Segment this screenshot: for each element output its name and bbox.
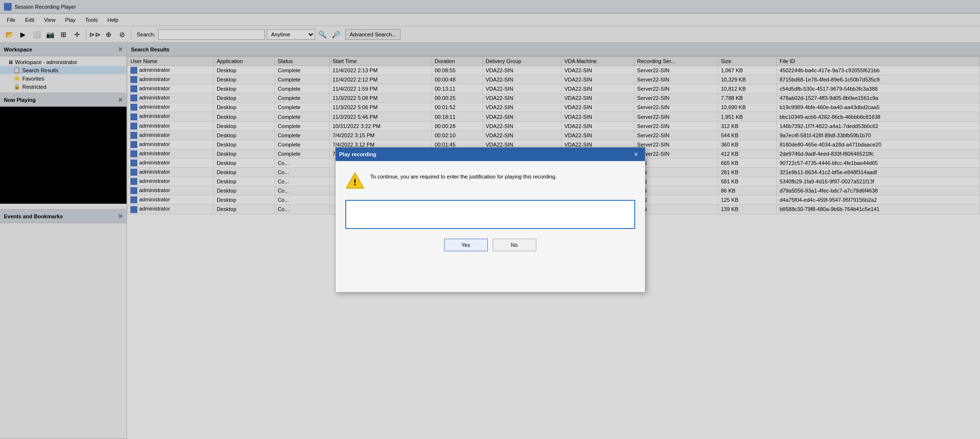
dialog-title-bar: Play recording × (336, 147, 645, 161)
dialog-body: ! To continue, you are required to enter… (336, 161, 645, 292)
svg-text:!: ! (353, 178, 356, 187)
dialog-overlay: Play recording × ! To continue, you are … (0, 0, 980, 439)
dialog-close-button[interactable]: × (631, 149, 641, 159)
yes-button[interactable]: Yes (444, 239, 488, 251)
dialog-message: To continue, you are required to enter t… (370, 171, 557, 181)
play-recording-dialog: Play recording × ! To continue, you are … (335, 147, 645, 293)
warning-icon: ! (345, 171, 365, 190)
dialog-message-row: ! To continue, you are required to enter… (345, 171, 635, 190)
dialog-title: Play recording (339, 151, 376, 157)
no-button[interactable]: No (493, 239, 536, 251)
justification-input[interactable] (345, 200, 635, 229)
dialog-buttons: Yes No (345, 239, 635, 256)
